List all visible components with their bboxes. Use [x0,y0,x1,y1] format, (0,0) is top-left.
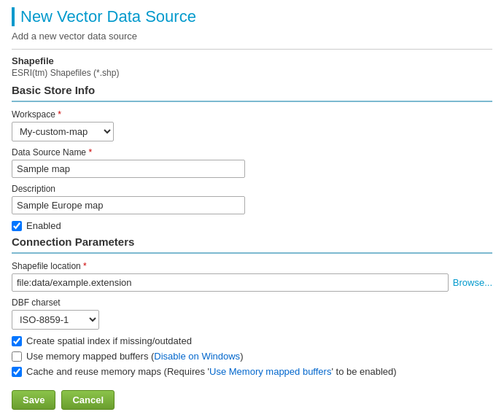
page-subtitle: Add a new vector data source [12,31,492,42]
browse-link[interactable]: Browse... [453,277,492,288]
memory-mapped-blue-text: Disable on Windows [154,351,240,362]
workspace-required-marker: * [58,109,61,120]
workspace-label: Workspace * [12,109,492,120]
enabled-label: Enabled [26,220,61,231]
datasource-name-input[interactable] [12,160,245,178]
shapefile-location-required-marker: * [83,261,87,271]
enabled-checkbox[interactable] [12,221,22,231]
top-divider [12,49,492,50]
basic-section-title: Basic Store Info [12,84,492,96]
cache-memory-checkbox[interactable] [12,367,22,377]
shapefile-input-row: Browse... [12,273,492,292]
datasource-name-required-marker: * [88,147,92,158]
spatial-index-checkbox[interactable] [12,336,22,346]
source-type-section: Shapefile ESRI(tm) Shapefiles (*.shp) [12,55,492,78]
description-input[interactable] [12,196,245,214]
source-type-name: Shapefile [12,55,492,66]
connection-section-divider [12,252,492,254]
memory-mapped-checkbox-row: Use memory mapped buffers (Disable on Wi… [12,351,492,362]
shapefile-location-input[interactable] [12,273,449,292]
shapefile-location-label: Shapefile location * [12,261,492,271]
spatial-index-label: Create spatial index if missing/outdated [26,335,192,346]
description-label: Description [12,184,492,194]
button-row: Save Cancel [12,390,492,410]
basic-section-divider [12,101,492,102]
shapefile-location-field-group: Shapefile location * Browse... [12,261,492,292]
cancel-button[interactable]: Cancel [61,390,115,410]
page-title: New Vector Data Source [12,7,492,26]
memory-mapped-checkbox[interactable] [12,351,22,362]
cache-memory-checkbox-row: Cache and reuse memory maps (Requires 'U… [12,366,492,377]
dbf-charset-field-group: DBF charset ISO-8859-1 [12,298,492,330]
workspace-select[interactable]: My-custom-map [12,122,114,141]
dbf-charset-label: DBF charset [12,298,492,308]
cache-memory-label: Cache and reuse memory maps (Requires 'U… [26,366,397,377]
datasource-name-field-group: Data Source Name * [12,147,492,178]
connection-section-title: Connection Parameters [12,236,492,248]
source-type-description: ESRI(tm) Shapefiles (*.shp) [12,68,492,78]
memory-mapped-label: Use memory mapped buffers (Disable on Wi… [26,351,243,362]
datasource-name-label: Data Source Name * [12,147,492,158]
save-button[interactable]: Save [12,390,55,410]
description-field-group: Description [12,184,492,214]
enabled-checkbox-row: Enabled [12,220,492,231]
dbf-charset-select[interactable]: ISO-8859-1 [12,310,99,330]
cache-memory-blue-text: Use Memory mapped buffers [209,366,331,377]
workspace-field-group: Workspace * My-custom-map [12,109,492,141]
spatial-index-checkbox-row: Create spatial index if missing/outdated [12,335,492,346]
